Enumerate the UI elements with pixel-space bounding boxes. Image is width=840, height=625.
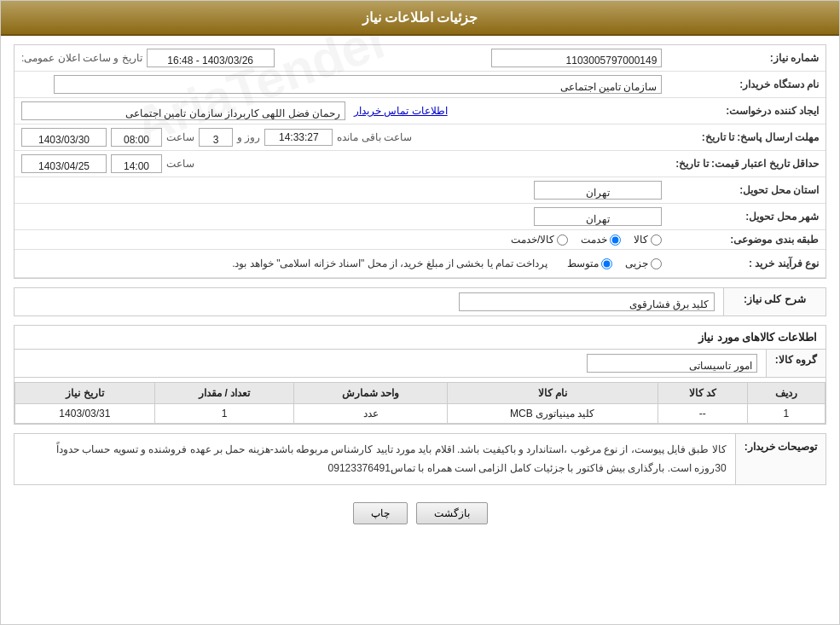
sharh-value-cell: کلید برق فشارقوی: [14, 288, 723, 315]
tabaqe-kala-label: کالا: [634, 234, 648, 246]
goods-section-title: اطلاعات کالاهای مورد نیاز: [14, 326, 826, 349]
shomare-niaz-label: شماره نیاز:: [669, 45, 826, 72]
buyer-notes-section: توصیحات خریدار: کالا طبق فایل پیوست، از …: [14, 433, 826, 485]
ijad-konande-value: رحمان فضل اللهی کاربرداز سازمان تامین اج…: [21, 101, 345, 120]
shomare-niaz-value: 1103005797000149 1403/03/26 - 16:48 تاری…: [14, 45, 669, 72]
tabaqe-khadamat-option[interactable]: خدمت: [581, 234, 621, 246]
process-note: پرداخت تمام یا بخشی از مبلغ خرید، از محل…: [21, 253, 554, 274]
tabaqe-kala-khadamat-option[interactable]: کالا/خدمت: [511, 234, 568, 246]
contact-link[interactable]: اطلاعات تماس خریدار: [354, 105, 448, 117]
molat-time-label: ساعت: [166, 131, 194, 143]
page-header: جزئیات اطلاعات نیاز: [1, 1, 839, 36]
nam-dastgah-value: سازمان تامین اجتماعی: [54, 75, 663, 94]
shahr-value: تهران: [534, 207, 662, 226]
sharh-label: شرح کلی نیاز:: [723, 288, 826, 315]
row-radif: 1: [747, 404, 825, 424]
molat-date: 1403/03/30: [21, 128, 107, 147]
row-tarikh-niaz: 1403/03/31: [15, 404, 155, 424]
farayand-motovaset-option[interactable]: متوسط: [567, 258, 612, 269]
hadag-label: حداقل تاریخ اعتبار قیمت: تا تاریخ:: [669, 151, 826, 177]
group-kala-value: امور تاسیساتی: [14, 350, 766, 377]
buyer-notes-content: کالا طبق فایل پیوست، از نوع مرغوب ،استان…: [14, 434, 735, 484]
button-bar: بازگشت چاپ: [14, 494, 826, 533]
ostan-label: استان محل تحویل:: [669, 177, 826, 204]
row-vahad: عدد: [294, 404, 447, 424]
tabaqe-kala-option[interactable]: کالا: [634, 234, 662, 246]
print-button[interactable]: چاپ: [353, 502, 408, 524]
page-title: جزئیات اطلاعات نیاز: [362, 10, 478, 25]
farayand-jozii-option[interactable]: جزیی: [625, 258, 662, 269]
row-nam-kala: کلید مینیاتوری MCB: [447, 404, 658, 424]
sharh-value: کلید برق فشارقوی: [459, 292, 715, 311]
molat-ersal-label: مهلت ارسال پاسخ: تا تاریخ:: [669, 124, 826, 151]
no-farayand-label: نوع فرآیند خرید :: [669, 250, 826, 278]
ijad-konande-label: ایجاد کننده درخواست:: [669, 98, 826, 124]
group-kala-label: گروه کالا:: [766, 350, 826, 377]
farayand-motovaset-label: متوسط: [567, 258, 599, 269]
col-kod-kala: کد کالا: [658, 383, 747, 404]
back-button[interactable]: بازگشت: [416, 502, 488, 524]
shomare-niaz-input: 1103005797000149: [491, 49, 662, 67]
col-nam-kala: نام کالا: [447, 383, 658, 404]
remaining-label: ساعت باقی مانده: [337, 131, 412, 143]
tarikh-label: تاریخ و ساعت اعلان عمومی:: [21, 52, 142, 64]
rooz-value: 3: [199, 128, 233, 147]
farayand-jozii-label: جزیی: [625, 258, 648, 269]
hadag-time-label: ساعت: [166, 158, 194, 170]
rooz-label: روز و: [237, 131, 260, 143]
molat-time: 08:00: [111, 128, 162, 147]
tabaqe-kala-khadamat-label: کالا/خدمت: [511, 234, 554, 246]
row-tedad: 1: [154, 404, 294, 424]
col-vahad: واحد شمارش: [294, 383, 447, 404]
buyer-notes-label: توصیحات خریدار:: [735, 434, 826, 484]
tabaqe-label: طبقه بندی موضوعی:: [669, 230, 826, 250]
row-kod-kala: --: [658, 404, 747, 424]
nam-dastgah-label: نام دستگاه خریدار:: [669, 72, 826, 98]
table-row: 1 -- کلید مینیاتوری MCB عدد 1 1403/03/31: [15, 404, 826, 424]
remaining-time: 14:33:27: [264, 129, 333, 146]
col-tarikh: تاریخ نیاز: [15, 383, 155, 404]
tabaqe-khadamat-label: خدمت: [581, 234, 607, 246]
goods-table: ردیف کد کالا نام کالا واحد شمارش تعداد /…: [14, 382, 826, 424]
ostan-value: تهران: [534, 181, 662, 200]
col-radif: ردیف: [747, 383, 825, 404]
hadag-date: 1403/04/25: [21, 154, 107, 173]
hadag-time: 14:00: [111, 154, 162, 173]
shahr-label: شهر محل تحویل:: [669, 204, 826, 230]
tarikh-value: 1403/03/26 - 16:48: [147, 49, 275, 67]
group-value: امور تاسیساتی: [587, 354, 757, 373]
col-tedad: تعداد / مقدار: [154, 383, 294, 404]
